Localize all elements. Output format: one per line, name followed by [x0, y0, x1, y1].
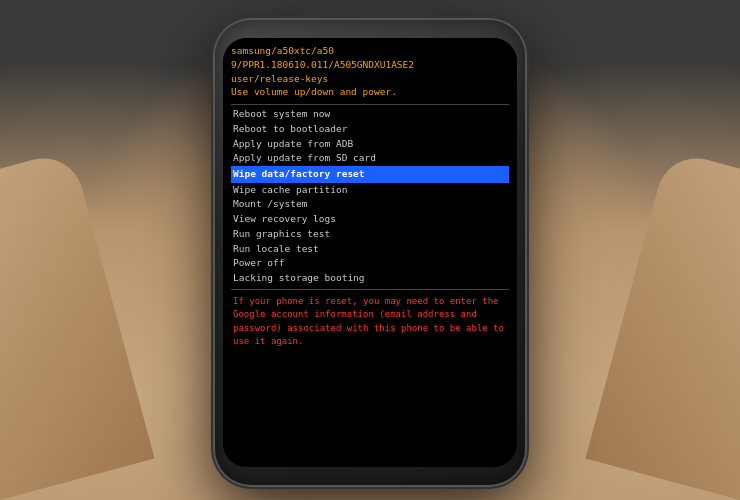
scene: samsung/a50xtc/a50 9/PPR1.180610.011/A50… [0, 0, 740, 500]
warning-message: If your phone is reset, you may need to … [231, 293, 509, 349]
device-line4: Use volume up/down and power. [231, 85, 509, 99]
divider-bottom [231, 289, 509, 290]
menu-item-power-off[interactable]: Power off [231, 256, 509, 271]
menu-item-reboot-bootloader[interactable]: Reboot to bootloader [231, 122, 509, 137]
device-info: samsung/a50xtc/a50 9/PPR1.180610.011/A50… [231, 44, 509, 99]
menu-item-graphics-test[interactable]: Run graphics test [231, 227, 509, 242]
device-line3: user/release-keys [231, 72, 509, 86]
menu-item-apply-adb[interactable]: Apply update from ADB [231, 137, 509, 152]
menu-item-wipe-cache[interactable]: Wipe cache partition [231, 183, 509, 198]
screen-content: samsung/a50xtc/a50 9/PPR1.180610.011/A50… [223, 38, 517, 467]
menu-item-view-logs[interactable]: View recovery logs [231, 212, 509, 227]
recovery-menu: Reboot system now Reboot to bootloader A… [231, 107, 509, 286]
menu-item-apply-sd[interactable]: Apply update from SD card [231, 151, 509, 166]
phone-screen: samsung/a50xtc/a50 9/PPR1.180610.011/A50… [223, 38, 517, 467]
device-line1: samsung/a50xtc/a50 [231, 44, 509, 58]
menu-item-locale-test[interactable]: Run locale test [231, 242, 509, 257]
menu-item-factory-reset[interactable]: Wipe data/factory reset [231, 166, 509, 183]
divider-top [231, 104, 509, 105]
menu-item-reboot-system[interactable]: Reboot system now [231, 107, 509, 122]
phone: samsung/a50xtc/a50 9/PPR1.180610.011/A50… [215, 20, 525, 485]
menu-item-lacking-storage[interactable]: Lacking storage booting [231, 271, 509, 286]
device-line2: 9/PPR1.180610.011/A505GNDXU1ASE2 [231, 58, 509, 72]
menu-item-mount-system[interactable]: Mount /system [231, 197, 509, 212]
